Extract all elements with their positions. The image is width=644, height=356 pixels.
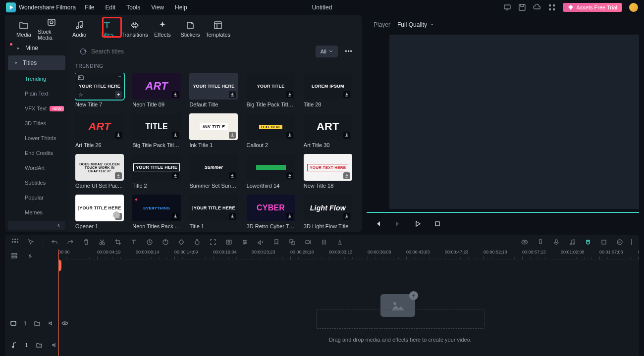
search-input[interactable] — [91, 48, 307, 55]
mute-icon[interactable] — [48, 319, 54, 328]
title-thumbnail[interactable]: ART — [75, 113, 124, 140]
mute2-icon[interactable] — [50, 341, 58, 350]
download-icon[interactable] — [229, 91, 236, 98]
playhead[interactable] — [58, 250, 59, 356]
add-icon[interactable]: + — [115, 91, 122, 98]
trial-button[interactable]: Assets Free Trial — [563, 3, 622, 12]
download-icon[interactable] — [343, 172, 350, 179]
keyframe-icon[interactable] — [177, 238, 186, 247]
undo-icon[interactable] — [50, 238, 59, 247]
category-3d-titles[interactable]: 3D Titles — [5, 116, 68, 131]
download-icon[interactable] — [115, 132, 122, 139]
category-plain-text[interactable]: Plain Text — [5, 86, 68, 101]
title-thumbnail[interactable]: ART — [304, 113, 352, 140]
title-thumbnail[interactable]: Summer — [189, 154, 238, 181]
title-thumbnail[interactable]: |YOUR TITLE HERE — [75, 195, 124, 221]
download-icon[interactable] — [229, 213, 236, 220]
marker-icon[interactable] — [272, 238, 281, 247]
tab-transitions[interactable]: Transitions — [121, 17, 149, 41]
download-icon[interactable] — [286, 172, 293, 179]
magnet-icon[interactable] — [584, 238, 592, 247]
title-thumbnail[interactable]: TEXT HERE — [247, 113, 295, 140]
menu-file[interactable]: File — [85, 4, 94, 11]
filter-dropdown[interactable]: All — [316, 46, 338, 57]
title-thumbnail[interactable]: YOUR TITLE HERE⋮☆+ — [75, 73, 124, 100]
download-icon[interactable] — [172, 91, 179, 98]
text-tool-icon[interactable] — [129, 238, 138, 247]
tab-stickers[interactable]: Stickers — [176, 17, 204, 41]
save-icon[interactable] — [518, 3, 526, 11]
title-thumbnail[interactable]: ART — [132, 73, 181, 100]
title-thumbnail[interactable]: YOUR TITLE HERE — [132, 154, 181, 181]
title-thumbnail[interactable]: DOES MIDAS' GOLDEN TOUCH WORK IN CHAPTER… — [75, 154, 124, 181]
mask-icon[interactable] — [224, 238, 233, 247]
menu-tools[interactable]: Tools — [126, 4, 140, 11]
tracks-icon[interactable] — [10, 252, 19, 260]
download-icon[interactable] — [115, 172, 122, 179]
menu-help[interactable]: Help — [175, 4, 187, 11]
card-menu-icon[interactable]: ⋮ — [117, 74, 122, 79]
more-button[interactable]: ••• — [343, 46, 355, 57]
download-icon[interactable] — [286, 213, 293, 220]
download-icon[interactable] — [286, 91, 293, 98]
title-thumbnail[interactable]: YOUR TITLE HERE — [189, 73, 238, 100]
delete-icon[interactable] — [82, 238, 91, 247]
title-thumbnail[interactable]: LOREM IPSUM — [304, 73, 352, 100]
sidebar-titles[interactable]: ▾Titles — [8, 55, 65, 70]
mic-icon[interactable] — [552, 238, 561, 247]
download-icon[interactable] — [229, 172, 236, 179]
color-icon[interactable] — [161, 238, 170, 247]
play-button[interactable] — [413, 219, 422, 228]
tab-media[interactable]: Media — [10, 17, 38, 41]
preview-progress[interactable] — [367, 212, 639, 213]
download-icon[interactable] — [343, 91, 350, 98]
redo-icon[interactable] — [66, 238, 75, 247]
category-wordart[interactable]: WordArt — [5, 160, 68, 175]
tab-effects[interactable]: Effects — [149, 17, 176, 41]
download-icon[interactable] — [286, 132, 293, 139]
title-thumbnail[interactable] — [247, 154, 295, 181]
download-icon[interactable] — [172, 213, 179, 220]
zoom-slider[interactable] — [631, 239, 633, 246]
tab-templates[interactable]: Templates — [204, 17, 232, 41]
record-icon[interactable] — [304, 238, 313, 247]
title-thumbnail[interactable]: TITLE — [132, 113, 181, 140]
apps-icon[interactable] — [548, 3, 556, 11]
crop-icon[interactable] — [113, 238, 122, 247]
category-memes[interactable]: Memes — [5, 205, 68, 219]
menu-view[interactable]: View — [151, 4, 164, 11]
download-icon[interactable] — [343, 213, 350, 220]
cursor-icon[interactable] — [27, 238, 36, 247]
next-frame-button[interactable] — [393, 219, 402, 228]
grid-icon[interactable] — [11, 238, 20, 247]
star-icon[interactable]: ☆ — [78, 92, 83, 98]
download-icon[interactable] — [343, 132, 350, 139]
timeline-canvas[interactable]: 00:0000:00:04;1900:00:09;1400:00:14;0900… — [58, 250, 639, 356]
stop-button[interactable] — [433, 219, 442, 228]
display-icon[interactable] — [503, 3, 511, 11]
download-icon[interactable] — [229, 132, 236, 139]
category-popular[interactable]: Popular — [5, 190, 68, 205]
cut-icon[interactable] — [98, 238, 107, 247]
expand-icon[interactable] — [209, 238, 217, 247]
title-thumbnail[interactable]: Light Flow — [304, 195, 352, 221]
category-end-credits[interactable]: End Credits — [5, 146, 68, 160]
title-thumbnail[interactable]: YOUR TEXT HERE — [304, 154, 352, 181]
marker2-icon[interactable] — [536, 238, 545, 247]
category-subtitles[interactable]: Subtitles — [5, 175, 68, 190]
title-thumbnail[interactable]: INK TITLE — [189, 113, 238, 140]
music2-icon[interactable] — [568, 238, 577, 247]
snap-icon[interactable] — [599, 238, 608, 247]
user-avatar[interactable] — [629, 3, 638, 12]
timeline-ruler[interactable]: 00:0000:00:04;1900:00:09;1400:00:14;0900… — [58, 250, 639, 259]
title-thumbnail[interactable]: CYBER — [247, 195, 295, 221]
link-icon[interactable] — [26, 252, 35, 260]
adjust-icon[interactable] — [240, 238, 249, 247]
title-thumbnail[interactable]: YOUR TITLE — [247, 73, 295, 100]
mixer-icon[interactable] — [320, 238, 328, 247]
menu-edit[interactable]: Edit — [106, 4, 116, 11]
drop-area[interactable] — [316, 309, 484, 329]
sidebar-mine[interactable]: ▸Mine — [8, 41, 65, 55]
category-vfx-text[interactable]: VFX TextNEW — [5, 101, 68, 116]
download-icon[interactable] — [172, 172, 179, 179]
